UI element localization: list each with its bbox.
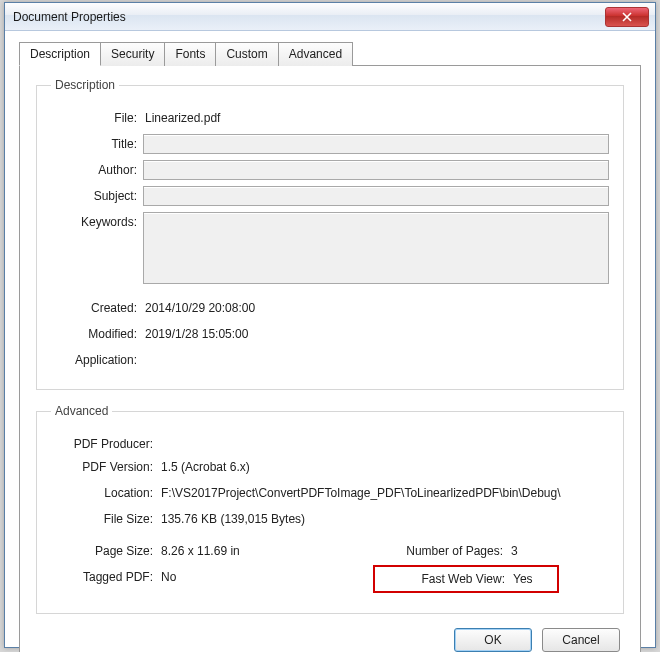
value-modified: 2019/1/28 15:05:00 bbox=[143, 324, 609, 344]
fastweb-highlight: Fast Web View: Yes bbox=[373, 565, 559, 593]
ok-button[interactable]: OK bbox=[454, 628, 532, 652]
row-title: Title: bbox=[51, 134, 609, 154]
row-subject: Subject: bbox=[51, 186, 609, 206]
close-icon bbox=[622, 12, 632, 22]
row-modified: Modified: 2019/1/28 15:05:00 bbox=[51, 324, 609, 344]
dialog-footer: OK Cancel bbox=[36, 628, 624, 652]
row-filesize: File Size: 135.76 KB (139,015 Bytes) bbox=[51, 509, 609, 529]
cancel-button[interactable]: Cancel bbox=[542, 628, 620, 652]
tab-security[interactable]: Security bbox=[100, 42, 165, 66]
row-version: PDF Version: 1.5 (Acrobat 6.x) bbox=[51, 457, 609, 477]
label-application: Application: bbox=[51, 350, 143, 367]
advanced-left-col: Page Size: 8.26 x 11.69 in Tagged PDF: N… bbox=[51, 535, 379, 597]
value-tagged: No bbox=[159, 567, 379, 587]
advanced-group: Advanced PDF Producer: PDF Version: 1.5 … bbox=[36, 404, 624, 614]
row-file: File: Linearized.pdf bbox=[51, 108, 609, 128]
value-pagesize: 8.26 x 11.69 in bbox=[159, 541, 379, 561]
tab-description[interactable]: Description bbox=[19, 42, 101, 66]
label-title: Title: bbox=[51, 134, 143, 151]
row-created: Created: 2014/10/29 20:08:00 bbox=[51, 298, 609, 318]
label-tagged: Tagged PDF: bbox=[51, 567, 159, 584]
value-location: F:\VS2017Project\ConvertPDFToImage_PDF\T… bbox=[159, 483, 609, 503]
input-author[interactable] bbox=[143, 160, 609, 180]
advanced-legend: Advanced bbox=[51, 404, 112, 418]
titlebar: Document Properties bbox=[5, 3, 655, 31]
tab-panel: Description File: Linearized.pdf Title: … bbox=[19, 65, 641, 652]
value-fastweb: Yes bbox=[511, 569, 551, 589]
input-subject[interactable] bbox=[143, 186, 609, 206]
label-producer: PDF Producer: bbox=[51, 434, 159, 451]
row-fastweb: Fast Web View: Yes bbox=[379, 567, 609, 591]
dialog-content: Description Security Fonts Custom Advanc… bbox=[5, 31, 655, 652]
tab-custom[interactable]: Custom bbox=[215, 42, 278, 66]
value-filesize: 135.76 KB (139,015 Bytes) bbox=[159, 509, 609, 529]
row-pagesize: Page Size: 8.26 x 11.69 in bbox=[51, 541, 379, 561]
row-tagged: Tagged PDF: No bbox=[51, 567, 379, 587]
input-keywords[interactable] bbox=[143, 212, 609, 284]
dialog-window: Document Properties Description Security… bbox=[4, 2, 656, 648]
label-keywords: Keywords: bbox=[51, 212, 143, 229]
row-location: Location: F:\VS2017Project\ConvertPDFToI… bbox=[51, 483, 609, 503]
label-numpages: Number of Pages: bbox=[379, 541, 509, 558]
value-application bbox=[143, 350, 609, 356]
tab-strip: Description Security Fonts Custom Advanc… bbox=[19, 42, 641, 66]
row-application: Application: bbox=[51, 350, 609, 367]
input-title[interactable] bbox=[143, 134, 609, 154]
advanced-columns: Page Size: 8.26 x 11.69 in Tagged PDF: N… bbox=[51, 535, 609, 597]
label-file: File: bbox=[51, 108, 143, 125]
label-subject: Subject: bbox=[51, 186, 143, 203]
description-legend: Description bbox=[51, 78, 119, 92]
value-created: 2014/10/29 20:08:00 bbox=[143, 298, 609, 318]
label-version: PDF Version: bbox=[51, 457, 159, 474]
label-modified: Modified: bbox=[51, 324, 143, 341]
label-location: Location: bbox=[51, 483, 159, 500]
advanced-right-col: Number of Pages: 3 Fast Web View: Yes bbox=[379, 535, 609, 597]
label-author: Author: bbox=[51, 160, 143, 177]
row-numpages: Number of Pages: 3 bbox=[379, 541, 609, 561]
value-numpages: 3 bbox=[509, 541, 609, 561]
close-button[interactable] bbox=[605, 7, 649, 27]
value-version: 1.5 (Acrobat 6.x) bbox=[159, 457, 609, 477]
window-title: Document Properties bbox=[13, 10, 605, 24]
row-keywords: Keywords: bbox=[51, 212, 609, 284]
label-filesize: File Size: bbox=[51, 509, 159, 526]
value-producer bbox=[159, 434, 609, 440]
label-created: Created: bbox=[51, 298, 143, 315]
value-file: Linearized.pdf bbox=[143, 108, 609, 128]
description-group: Description File: Linearized.pdf Title: … bbox=[36, 78, 624, 390]
label-pagesize: Page Size: bbox=[51, 541, 159, 558]
row-author: Author: bbox=[51, 160, 609, 180]
tab-advanced[interactable]: Advanced bbox=[278, 42, 353, 66]
tab-fonts[interactable]: Fonts bbox=[164, 42, 216, 66]
row-producer: PDF Producer: bbox=[51, 434, 609, 451]
label-fastweb: Fast Web View: bbox=[381, 569, 511, 589]
